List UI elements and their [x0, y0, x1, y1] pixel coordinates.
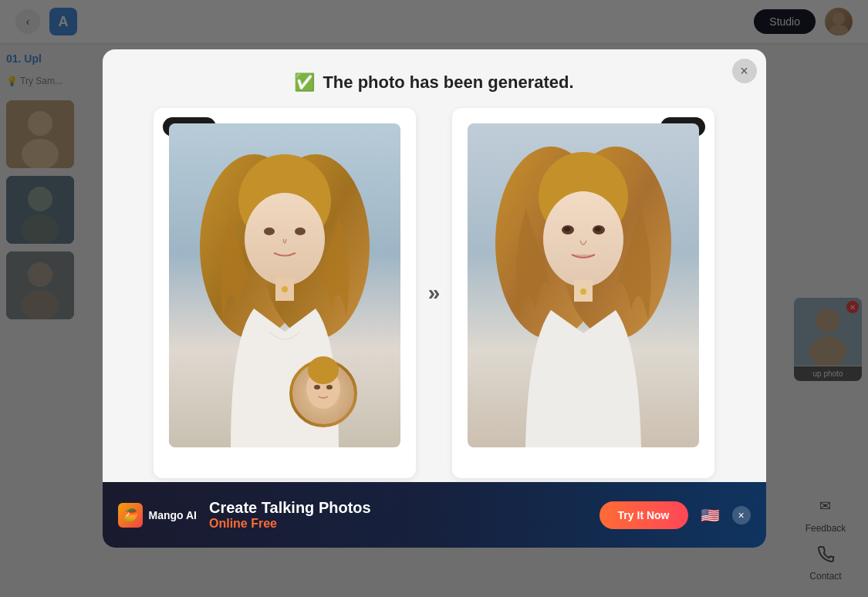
ad-try-button[interactable]: Try It Now [599, 501, 688, 529]
flag-icon: 🇺🇸 [701, 506, 720, 524]
background-page: ‹ A Studio 01. Upl 💡 Try Sam... [0, 0, 868, 597]
ad-title: Create Talking Photos [209, 499, 587, 517]
svg-point-42 [580, 288, 586, 295]
after-image [468, 123, 699, 447]
success-icon: ✅ [294, 73, 315, 93]
modal-title: The photo has been generated. [323, 73, 573, 93]
after-panel: After [452, 108, 714, 478]
svg-point-21 [245, 193, 325, 285]
svg-point-40 [595, 227, 601, 231]
ad-banner: 🥭 Mango AI Create Talking Photos Online … [103, 482, 766, 548]
result-modal: × ✅ The photo has been generated. Before [103, 49, 766, 548]
svg-point-39 [564, 227, 570, 231]
ad-close-button[interactable]: × [732, 506, 751, 524]
svg-point-23 [295, 228, 306, 235]
modal-overlay: × ✅ The photo has been generated. Before [0, 0, 868, 597]
before-image [169, 123, 400, 447]
svg-point-36 [543, 191, 623, 287]
svg-point-22 [264, 228, 275, 235]
images-comparison-row: Before [126, 108, 743, 478]
comparison-arrows: » [428, 281, 441, 305]
svg-point-25 [282, 286, 288, 292]
svg-point-30 [314, 385, 320, 390]
ad-logo: 🥭 Mango AI [118, 503, 197, 528]
ad-text-block: Create Talking Photos Online Free [209, 499, 587, 531]
svg-point-31 [326, 385, 333, 390]
ad-subtitle: Online Free [209, 517, 587, 531]
mango-icon: 🥭 [118, 503, 143, 528]
svg-point-29 [308, 356, 339, 384]
before-panel: Before [154, 108, 416, 478]
modal-title-row: ✅ The photo has been generated. [294, 73, 573, 93]
ad-brand-name: Mango AI [149, 509, 197, 521]
modal-close-button[interactable]: × [732, 59, 757, 83]
